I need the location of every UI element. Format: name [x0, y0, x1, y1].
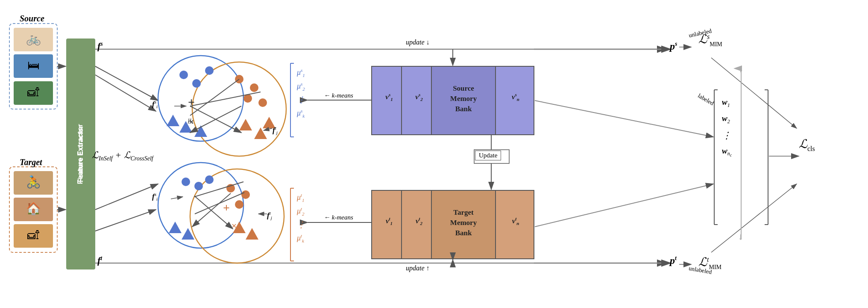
- svg-line-66: [194, 182, 243, 197]
- svg-line-101: [535, 184, 713, 227]
- source-memory-bank-label: SourceMemoryBank: [434, 83, 493, 114]
- vnt-label: vtn: [499, 216, 532, 226]
- kmeans-label-bot: ← k-means: [324, 214, 353, 221]
- svg-marker-33: [167, 115, 179, 126]
- svg-text:🚴: 🚴: [26, 175, 41, 189]
- svg-point-51: [182, 178, 190, 186]
- fs-label: fs: [97, 41, 103, 52]
- svg-text:×: ×: [232, 220, 237, 231]
- svg-rect-11: [14, 81, 53, 105]
- svg-marker-55: [182, 228, 194, 240]
- svg-line-109: [171, 197, 183, 199]
- svg-point-40: [243, 94, 252, 103]
- svg-text:🚲: 🚲: [26, 32, 41, 46]
- svg-point-52: [194, 182, 203, 190]
- right-down-arrow: ↓: [738, 231, 743, 242]
- svg-point-39: [250, 83, 258, 92]
- svg-point-49: [158, 163, 243, 248]
- svg-text:🛏: 🛏: [27, 59, 39, 72]
- svg-line-48: [190, 79, 239, 116]
- v2s-label: vs2: [407, 92, 431, 102]
- update-top-label: update ↓: [406, 38, 430, 46]
- svg-line-67: [195, 192, 244, 214]
- wnc-label: wnc: [722, 146, 732, 158]
- svg-point-58: [235, 200, 243, 209]
- svg-line-26: [95, 210, 156, 231]
- svg-text:🏠: 🏠: [26, 201, 41, 216]
- w-bracket-content: w1 w2 ⋮ wnc: [718, 90, 765, 166]
- right-up-arrow: ↑: [738, 63, 743, 74]
- fj-t-lower-label: ftj: [267, 210, 272, 220]
- v2t-label: vt2: [407, 216, 431, 226]
- svg-point-41: [258, 98, 267, 107]
- svg-point-38: [235, 75, 243, 83]
- svg-line-25: [95, 184, 158, 210]
- fj-t-upper-label: ftj: [273, 125, 278, 135]
- svg-line-104: [711, 184, 797, 252]
- loss-inself-crossself: ℒInSelf + ℒCrossSelf: [92, 150, 153, 162]
- svg-line-64: [194, 196, 233, 229]
- svg-rect-15: [14, 198, 53, 221]
- svg-text:🛋: 🛋: [27, 228, 39, 242]
- svg-marker-59: [233, 222, 246, 233]
- fi-s-upper-label: fsi: [152, 99, 158, 109]
- update-bot-label: update ↑: [406, 264, 430, 272]
- svg-line-24: [95, 66, 158, 101]
- w2-label: w2: [722, 114, 730, 125]
- labeled-label: labeled: [697, 92, 715, 107]
- svg-rect-6: [9, 167, 57, 252]
- svg-line-108: [264, 128, 272, 130]
- svg-line-47: [190, 92, 261, 106]
- source-label: Source: [20, 14, 44, 24]
- ps-label: ps: [670, 41, 677, 52]
- svg-point-31: [192, 79, 201, 88]
- svg-line-27: [95, 75, 156, 111]
- svg-marker-35: [194, 125, 207, 137]
- svg-point-53: [205, 175, 214, 184]
- svg-rect-9: [14, 54, 53, 78]
- svg-point-29: [192, 62, 286, 156]
- fi-s-lower-label: fsi: [152, 192, 158, 201]
- feature-extractor-text: Feature Extractor: [63, 86, 97, 222]
- pt-label: pt: [670, 255, 677, 267]
- svg-marker-54: [169, 222, 182, 233]
- w1-label: w1: [722, 98, 730, 109]
- svg-line-100: [535, 101, 713, 137]
- svg-rect-17: [14, 224, 53, 248]
- vns-label: vsn: [499, 92, 532, 102]
- svg-text:🛋: 🛋: [27, 86, 39, 99]
- svg-marker-34: [179, 121, 192, 133]
- svg-marker-42: [239, 119, 252, 130]
- svg-line-65: [192, 193, 231, 227]
- svg-marker-43: [254, 127, 267, 139]
- svg-line-45: [190, 106, 241, 133]
- diagram-container: 🚲 🛏 🛋 🚴 🏠 🛋: [0, 0, 868, 308]
- svg-line-46: [190, 106, 241, 133]
- v1s-label: vs1: [377, 92, 402, 102]
- svg-rect-5: [9, 24, 57, 109]
- update-mid-box: Update: [475, 151, 501, 160]
- svg-point-57: [241, 190, 250, 199]
- svg-text:+: +: [188, 95, 195, 109]
- svg-text:+: +: [223, 201, 230, 214]
- v1t-label: vt1: [377, 216, 402, 226]
- svg-rect-7: [14, 28, 53, 51]
- target-memory-bank-label: TargetMemoryBank: [434, 207, 493, 238]
- svg-text:μs: μs: [188, 116, 193, 124]
- loss-cls-label: ℒcls: [799, 137, 815, 153]
- w-dots: ⋮: [722, 130, 731, 141]
- ft-label: ft: [97, 255, 102, 266]
- svg-text:×: ×: [189, 116, 194, 127]
- target-label: Target: [20, 157, 42, 167]
- svg-point-32: [205, 66, 214, 75]
- svg-point-28: [158, 56, 243, 141]
- kmeans-label-top: ← k-means: [324, 92, 353, 99]
- svg-rect-13: [14, 171, 53, 195]
- svg-marker-60: [246, 228, 258, 240]
- svg-point-30: [179, 71, 188, 79]
- svg-point-56: [226, 184, 235, 192]
